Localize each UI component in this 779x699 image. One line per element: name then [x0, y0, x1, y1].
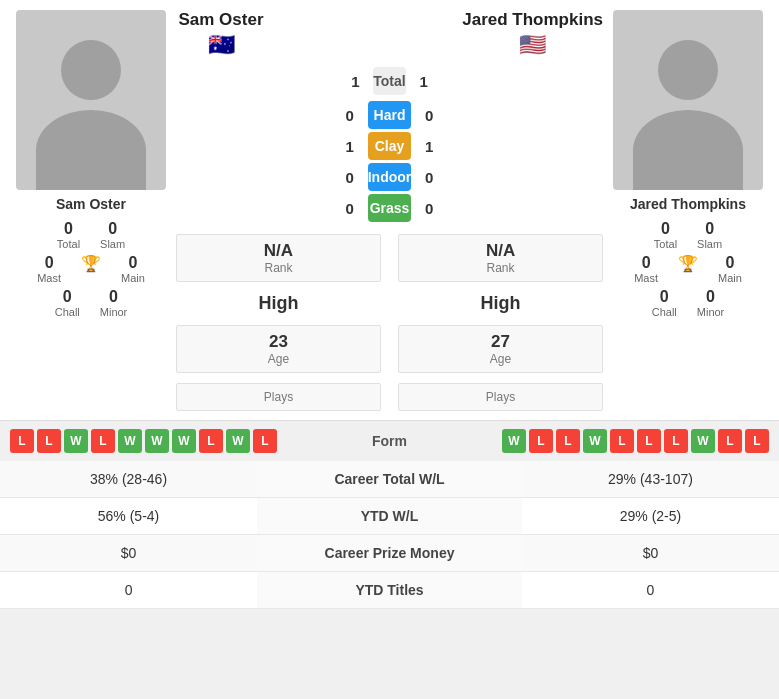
- table-row: 0 YTD Titles 0: [0, 572, 779, 609]
- total-left-count: 1: [341, 73, 369, 90]
- stat-right-0: 29% (43-107): [522, 461, 779, 498]
- right-player-name: Jared Thompkins: [630, 196, 746, 212]
- right-minor-value: 0: [697, 288, 725, 306]
- stat-center-1: YTD W/L: [257, 498, 522, 535]
- surface-pill-2[interactable]: Indoor: [368, 163, 412, 191]
- right-center-name: Jared Thompkins: [462, 10, 603, 30]
- total-right-count: 1: [410, 73, 438, 90]
- left-mast-value: 0: [37, 254, 61, 272]
- right-main-value: 0: [718, 254, 742, 272]
- left-chall: 0 Chall: [55, 288, 80, 318]
- right-stats-row1: 0 Total 0 Slam: [654, 220, 722, 250]
- surface-left-0: 0: [336, 107, 364, 124]
- surface-row-grass: 0 Grass 0: [336, 194, 444, 222]
- left-stats-row3: 0 Chall 0 Minor: [55, 288, 128, 318]
- stats-table: 38% (28-46) Career Total W/L 29% (43-107…: [0, 461, 779, 609]
- form-badge-l: L: [664, 429, 688, 453]
- form-badge-l: L: [199, 429, 223, 453]
- avatar-head: [61, 40, 121, 100]
- names-flags-row: Sam Oster 🇦🇺 Jared Thompkins 🇺🇸: [176, 10, 603, 58]
- left-mast: 0 Mast: [37, 254, 61, 284]
- form-badge-l: L: [253, 429, 277, 453]
- stat-right-2: $0: [522, 535, 779, 572]
- table-row: 38% (28-46) Career Total W/L 29% (43-107…: [0, 461, 779, 498]
- form-badge-w: W: [583, 429, 607, 453]
- total-label: Total: [373, 67, 405, 95]
- right-flag: 🇺🇸: [462, 32, 603, 58]
- right-avatar-head: [658, 40, 718, 100]
- right-rank-box: N/A Rank: [398, 234, 603, 282]
- right-chall-label: Chall: [652, 306, 677, 318]
- right-player-avatar: [613, 10, 763, 190]
- stat-left-2: $0: [0, 535, 257, 572]
- surface-right-0: 0: [415, 107, 443, 124]
- surface-right-1: 1: [415, 138, 443, 155]
- left-name-flag: Sam Oster 🇦🇺: [176, 10, 266, 58]
- right-slam: 0 Slam: [697, 220, 722, 250]
- form-badge-l: L: [91, 429, 115, 453]
- right-mast-label: Mast: [634, 272, 658, 284]
- main-container: Sam Oster 0 Total 0 Slam 0 Mast 🏆: [0, 0, 779, 609]
- stat-right-3: 0: [522, 572, 779, 609]
- right-rank-label: Rank: [409, 261, 592, 275]
- form-label: Form: [372, 433, 407, 449]
- left-age-value: 23: [187, 332, 370, 352]
- trophy-icon-right: 🏆: [678, 255, 698, 272]
- stat-center-3: YTD Titles: [257, 572, 522, 609]
- left-trophy-icon: 🏆: [81, 254, 101, 284]
- right-slam-value: 0: [697, 220, 722, 238]
- right-main: 0 Main: [718, 254, 742, 284]
- form-badge-l: L: [529, 429, 553, 453]
- right-form-badges: WLLWLLLWLL: [502, 429, 769, 453]
- plays-row: Plays Plays: [176, 380, 603, 414]
- left-total: 0 Total: [57, 220, 80, 250]
- right-name-flag: Jared Thompkins 🇺🇸: [462, 10, 603, 58]
- right-stats-row3: 0 Chall 0 Minor: [652, 288, 725, 318]
- surface-pill-3[interactable]: Grass: [368, 194, 412, 222]
- left-minor-label: Minor: [100, 306, 128, 318]
- right-age-box: 27 Age: [398, 325, 603, 373]
- right-total-label: Total: [654, 238, 677, 250]
- surface-left-3: 0: [336, 200, 364, 217]
- left-total-value: 0: [57, 220, 80, 238]
- left-plays-box: Plays: [176, 383, 381, 411]
- surface-right-2: 0: [415, 169, 443, 186]
- stat-left-0: 38% (28-46): [0, 461, 257, 498]
- left-minor: 0 Minor: [100, 288, 128, 318]
- left-chall-label: Chall: [55, 306, 80, 318]
- right-minor-label: Minor: [697, 306, 725, 318]
- right-slam-label: Slam: [697, 238, 722, 250]
- left-flag: 🇦🇺: [176, 32, 266, 58]
- left-player-panel: Sam Oster 0 Total 0 Slam 0 Mast 🏆: [6, 10, 176, 318]
- stat-center-2: Career Prize Money: [257, 535, 522, 572]
- left-stats-row2: 0 Mast 🏆 0 Main: [37, 254, 145, 284]
- rank-row: N/A Rank N/A Rank: [176, 231, 603, 285]
- total-surface-row: 1 Total 1: [341, 67, 437, 95]
- stat-center-0: Career Total W/L: [257, 461, 522, 498]
- right-player-panel: Jared Thompkins 0 Total 0 Slam 0 Mast: [603, 10, 773, 318]
- surface-left-2: 0: [336, 169, 364, 186]
- surface-left-1: 1: [336, 138, 364, 155]
- right-chall-value: 0: [652, 288, 677, 306]
- form-badge-w: W: [118, 429, 142, 453]
- form-badge-l: L: [745, 429, 769, 453]
- right-mast: 0 Mast: [634, 254, 658, 284]
- right-high-text: High: [398, 289, 603, 318]
- left-minor-value: 0: [100, 288, 128, 306]
- form-section: LLWLWWWLWL Form WLLWLLLWLL: [0, 420, 779, 461]
- high-row: High High: [176, 289, 603, 318]
- surface-row-clay: 1 Clay 1: [336, 132, 444, 160]
- right-total: 0 Total: [654, 220, 677, 250]
- left-main: 0 Main: [121, 254, 145, 284]
- form-badge-w: W: [145, 429, 169, 453]
- left-slam: 0 Slam: [100, 220, 125, 250]
- form-badge-w: W: [502, 429, 526, 453]
- right-minor: 0 Minor: [697, 288, 725, 318]
- surface-pill-1[interactable]: Clay: [368, 132, 412, 160]
- avatar-body: [36, 110, 146, 190]
- left-player-name: Sam Oster: [56, 196, 126, 212]
- left-form-badges: LLWLWWWLWL: [10, 429, 277, 453]
- surface-pill-0[interactable]: Hard: [368, 101, 412, 129]
- right-plays-box: Plays: [398, 383, 603, 411]
- left-rank-label: Rank: [187, 261, 370, 275]
